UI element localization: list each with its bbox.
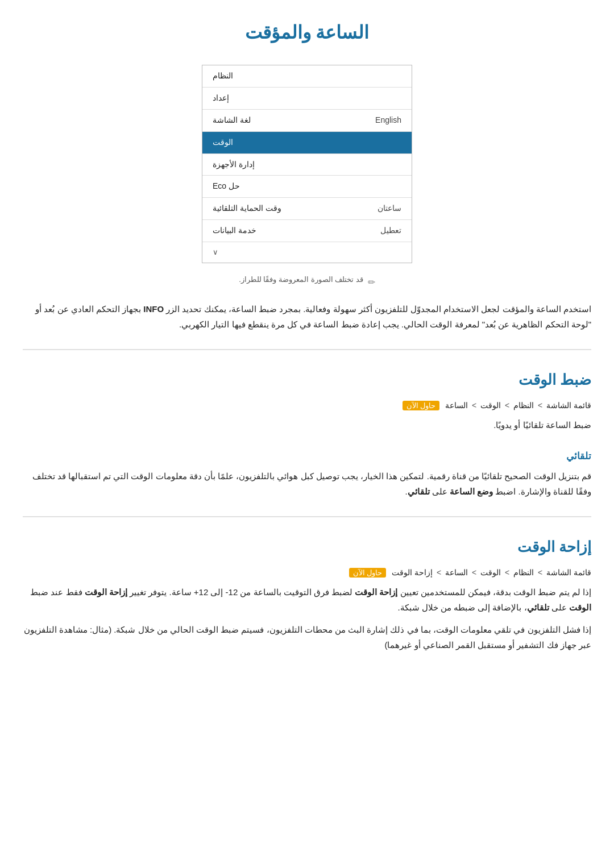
bc2-time: الوقت [480, 568, 501, 577]
bc2-sep-2: > [503, 568, 509, 577]
bc2-clock: الساعة [445, 568, 468, 577]
menu-item-device-mgmt-label: إدارة الأجهزة [213, 158, 255, 172]
page-title: الساعة والمؤقت [23, 17, 591, 48]
time-offset-para1: إذا لم يتم ضبط الوقت بدقة، فيمكن للمستخد… [23, 584, 591, 615]
menu-item-setup[interactable]: إعداد [202, 88, 412, 110]
bc-sep-3: > [470, 401, 476, 410]
menu-item-language-label: لغة الشاشة [213, 114, 251, 127]
info-label: INFO [143, 304, 164, 314]
clock-mode-label: وضع الساعة [450, 487, 493, 496]
menu-item-screensaver-label: وقت الحماية التلقائية [213, 202, 281, 215]
section-set-time-heading: ضبط الوقت [23, 367, 591, 392]
divider-2 [23, 516, 591, 517]
bc-system: النظام [513, 401, 534, 410]
menu-item-language[interactable]: English لغة الشاشة [202, 110, 412, 132]
section-set-time: ضبط الوقت قائمة الشاشة > النظام > الوقت … [23, 367, 591, 433]
sub-section-automatic-title: تلقائي [23, 448, 591, 465]
menu-item-data-service[interactable]: تعطيل خدمة البيانات [202, 220, 412, 242]
bc-current-time-offset[interactable]: حاول الآن [349, 568, 387, 578]
section-time-offset-heading: إزاحة الوقت [23, 534, 591, 559]
menu-item-more[interactable]: ∨ [202, 242, 412, 263]
sub-section-automatic: تلقائي قم بتنزيل الوقت الصحيح تلقائيًا م… [23, 448, 591, 499]
menu-item-setup-label: إعداد [213, 92, 229, 105]
bc-current-set-time[interactable]: حاول الآن [403, 401, 440, 410]
bc-clock: الساعة [445, 401, 468, 410]
chevron-down-icon: ∨ [213, 246, 218, 259]
set-time-description: ضبط الساعة تلقائيًا أو يدويًا. [23, 417, 591, 433]
note-icon: ✏ [368, 275, 375, 290]
breadcrumb-time-offset: قائمة الشاشة > النظام > الوقت > الساعة >… [23, 566, 591, 580]
note-text: قد تختلف الصورة المعروضة وفقًا للطراز. [239, 273, 363, 286]
menu-item-data-service-label: خدمة البيانات [213, 224, 256, 238]
time-offset-para2: إذا فشل التلفزيون في تلقي معلومات الوقت،… [23, 622, 591, 653]
menu-item-screensaver[interactable]: ساعتان وقت الحماية التلقائية [202, 198, 412, 220]
section-time-offset: إزاحة الوقت قائمة الشاشة > النظام > الوق… [23, 534, 591, 653]
menu-item-eco[interactable]: حل Eco [202, 176, 412, 198]
auto-label-2: تلقائي [527, 603, 549, 612]
breadcrumb-set-time: قائمة الشاشة > النظام > الوقت > الساعة ح… [23, 399, 591, 413]
menu-item-system-label: النظام [213, 69, 233, 83]
menu-item-language-value: English [375, 114, 401, 127]
bc2-sep-4: > [434, 568, 441, 577]
menu-item-system[interactable]: النظام [202, 65, 412, 88]
menu-box: النظام إعداد English لغة الشاشة الوقت إد… [202, 65, 412, 263]
bc-time: الوقت [480, 401, 501, 410]
divider-1 [23, 349, 591, 350]
bc2-sep-3: > [470, 568, 476, 577]
offset-label-1: إزاحة الوقت [355, 587, 397, 597]
menu-item-screensaver-value: ساعتان [377, 202, 401, 215]
sub-section-automatic-text: قم بتنزيل الوقت الصحيح تلقائيًا من قناة … [23, 468, 591, 499]
bc2-system: النظام [513, 568, 534, 577]
menu-item-device-mgmt[interactable]: إدارة الأجهزة [202, 154, 412, 176]
bc-sep-2: > [503, 401, 509, 410]
menu-item-eco-label: حل Eco [213, 180, 240, 193]
note-row: ✏ قد تختلف الصورة المعروضة وفقًا للطراز. [23, 273, 591, 290]
bc2-offset: إزاحة الوقت [392, 568, 433, 577]
offset-label-2: إزاحة الوقت [85, 587, 127, 597]
bc-screen: قائمة الشاشة [546, 401, 591, 410]
bc-sep-1: > [536, 401, 542, 410]
bc2-sep-1: > [536, 568, 542, 577]
time-label: الوقت [569, 603, 591, 612]
intro-text: استخدم الساعة والمؤقت لجعل الاستخدام الم… [23, 301, 591, 332]
menu-item-data-service-value: تعطيل [380, 224, 401, 238]
menu-item-time[interactable]: الوقت [202, 132, 412, 154]
menu-item-time-label: الوقت [213, 136, 233, 149]
page-wrapper: الساعة والمؤقت النظام إعداد English لغة … [0, 0, 614, 703]
automatic-label: تلقائي [408, 487, 430, 496]
bc2-screen: قائمة الشاشة [546, 568, 591, 577]
